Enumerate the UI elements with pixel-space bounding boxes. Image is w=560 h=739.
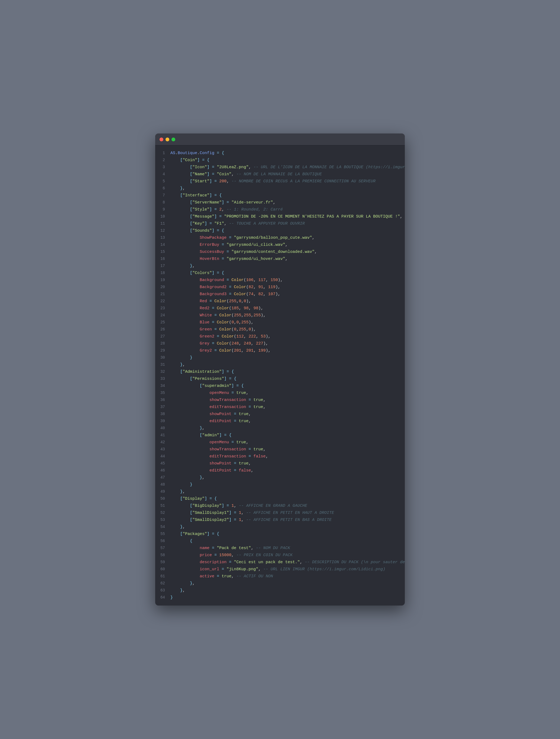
line-53: 53 ["SmallDisplay2"] = 1, -- AFFICHE EN … <box>155 516 405 524</box>
line-58: 58 price = 15000, -- PRIX EN COIN DU PAC… <box>155 552 405 559</box>
line-27: 27 Green2 = Color(112, 222, 53), <box>155 333 405 340</box>
line-44: 44 editTransaction = false, <box>155 453 405 460</box>
line-17: 17 }, <box>155 263 405 270</box>
line-41: 41 ["admin"] = { <box>155 432 405 439</box>
line-22: 22 Red = Color(255,0,0), <box>155 298 405 305</box>
line-52: 52 ["SmallDisplay1"] = 1, -- AFFICHE EN … <box>155 509 405 516</box>
line-5: 5 ["Start"] = 200, -- NOMBRE DE COIN REC… <box>155 178 405 185</box>
line-34: 34 ["superadmin"] = { <box>155 383 405 390</box>
line-40: 40 }, <box>155 425 405 432</box>
line-4: 4 ["Name"] = "Coin", -- NOM DE LA MONNAI… <box>155 171 405 178</box>
line-42: 42 openMenu = true, <box>155 439 405 446</box>
line-49: 49 }, <box>155 488 405 495</box>
line-7: 7 ["Interface"] = { <box>155 192 405 199</box>
line-64: 64 } <box>155 594 405 601</box>
line-18: 18 ["Colors"] = { <box>155 270 405 277</box>
line-15: 15 SuccessBuy = "garrysmod/content_downl… <box>155 249 405 256</box>
line-2: 2 ["Coin"] = { <box>155 157 405 164</box>
line-12: 12 ["Sounds"] = { <box>155 227 405 235</box>
line-29: 29 Grey2 = Color(201, 201, 199), <box>155 347 405 354</box>
line-16: 16 HoverBtn = "garrysmod/ui_hover.wav", <box>155 256 405 263</box>
line-54: 54 }, <box>155 524 405 531</box>
line-32: 32 ["Administration"] = { <box>155 368 405 376</box>
line-9: 9 ["Style"] = 2, -- 1: Rounded, 2: Carré <box>155 206 405 213</box>
line-37: 37 editTransaction = true, <box>155 404 405 411</box>
line-24: 24 White = Color(255,255,255), <box>155 312 405 319</box>
line-23: 23 Red2 = Color(185, 98, 98), <box>155 305 405 312</box>
line-1: 1 AS.Boutique.Config = { <box>155 150 405 157</box>
line-6: 6 }, <box>155 185 405 192</box>
line-46: 46 editPoint = false, <box>155 467 405 474</box>
line-51: 51 ["BigDisplay"] = 1, -- AFFICHE EN GRA… <box>155 502 405 509</box>
line-36: 36 showTransaction = true, <box>155 397 405 404</box>
line-21: 21 Background3 = Color(74, 82, 107), <box>155 291 405 298</box>
line-43: 43 showTransaction = true, <box>155 446 405 453</box>
line-31: 31 }, <box>155 361 405 368</box>
line-8: 8 ["ServerName"] = "Aide-serveur.fr", <box>155 199 405 206</box>
line-33: 33 ["Permissions"] = { <box>155 376 405 383</box>
line-26: 26 Green = Color(0,255,0), <box>155 326 405 333</box>
minimize-button[interactable] <box>165 138 169 141</box>
line-28: 28 Grey = Color(248, 249, 227), <box>155 340 405 347</box>
code-editor-window: 1 AS.Boutique.Config = { 2 ["Coin"] = { … <box>155 134 405 605</box>
line-50: 50 ["Display"] = { <box>155 495 405 502</box>
line-56: 56 { <box>155 538 405 545</box>
line-45: 45 showPoint = true, <box>155 460 405 467</box>
line-55: 55 ["Packages"] = { <box>155 531 405 538</box>
line-61: 61 active = true, -- ACTIF OU NON <box>155 573 405 580</box>
line-14: 14 ErrorBuy = "garrysmod/ui_click.wav", <box>155 242 405 249</box>
line-60: 60 icon_url = "jLn8Kup.png", -- URL LIEN… <box>155 566 405 573</box>
maximize-button[interactable] <box>171 138 175 141</box>
line-10: 10 ["Message"] = "PROMOTION DE -20% EN C… <box>155 213 405 220</box>
line-25: 25 Blue = Color(0,0,255), <box>155 319 405 326</box>
line-63: 63 }, <box>155 587 405 594</box>
close-button[interactable] <box>159 138 163 141</box>
line-48: 48 } <box>155 481 405 488</box>
line-20: 20 Background2 = Color(82, 91, 119), <box>155 284 405 291</box>
line-39: 39 editPoint = true, <box>155 418 405 425</box>
line-3: 3 ["Icon"] = "2U8LeaZ.png", -- URL DE L'… <box>155 164 405 171</box>
line-38: 38 showPoint = true, <box>155 411 405 418</box>
line-59: 59 description = "Ceci est un pack de te… <box>155 559 405 566</box>
line-35: 35 openMenu = true, <box>155 390 405 397</box>
line-62: 62 }, <box>155 580 405 587</box>
line-13: 13 ShowPackage = "garrysmod/balloon_pop_… <box>155 235 405 242</box>
line-47: 47 }, <box>155 474 405 481</box>
title-bar <box>155 134 405 145</box>
line-11: 11 ["Key"] = "F1", -- TOUCHE A APPUYER P… <box>155 220 405 227</box>
code-area: 1 AS.Boutique.Config = { 2 ["Coin"] = { … <box>155 145 405 605</box>
line-19: 19 Background = Color(106, 117, 150), <box>155 277 405 284</box>
line-30: 30 } <box>155 354 405 361</box>
line-57: 57 name = "Pack de test", -- NOM DU PACK <box>155 545 405 552</box>
